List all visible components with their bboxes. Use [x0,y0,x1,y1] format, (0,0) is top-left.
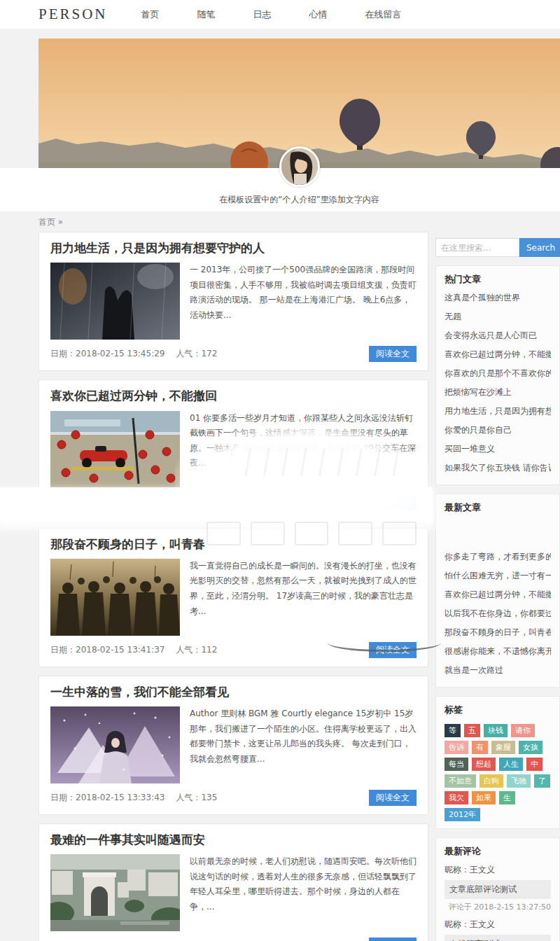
breadcrumb-home[interactable]: 首页 [38,217,55,227]
breadcrumb: 首页 » [38,216,63,228]
hot-article-item[interactable]: 喜欢你已超过两分钟，不能撤回 [444,345,551,364]
article-views: 人气：112 [176,644,217,656]
nav-item-journal[interactable]: 日志 [253,8,272,21]
hot-article-item[interactable]: 你爱的只是你自己 [444,421,551,440]
article-views: 人气：135 [176,792,217,804]
search-bar: Search [435,238,560,257]
tags-section: 标签 等 五 块钱 请你 告诉 有 象腿 女孩 每当 想起 人生 中 不如意 白… [435,696,560,829]
tag-item[interactable]: 等 [444,724,461,737]
article-title[interactable]: 喜欢你已超过两分钟，不能撤回 [50,389,416,403]
nav-item-guestbook[interactable]: 在线留言 [365,8,402,21]
main-nav: 首页 随笔 日志 心情 在线留言 [141,8,402,21]
latest-article-item[interactable]: 怕什么困难无穷，进一寸有一寸的欢 [444,566,551,585]
read-more-button[interactable]: 阅读全文 [369,494,416,510]
article-date: 日期：2018-02-15 13:41:37 [50,644,164,656]
article-thumbnail-terracotta-army[interactable] [50,559,180,636]
article-card: 最难的一件事其实叫随遇而安 以前最无奈的时候，老人们劝慰说，随遇 [38,823,428,941]
tag-item[interactable]: 人生 [499,758,523,771]
latest-article-item[interactable]: 你多走了弯路，才看到更多的风景 [444,548,551,566]
read-more-button[interactable]: 阅读全文 [369,937,416,941]
tag-item[interactable]: 告诉 [444,741,468,754]
tag-item[interactable]: 2012年 [444,808,480,821]
comment-text: 文章底部评论测试 [444,880,551,899]
tag-item[interactable]: 中 [526,758,542,771]
article-card: 喜欢你已超过两分钟，不能撤回 01 你要多活一些岁月才知道，你跟某些人之间永远没… [38,379,428,519]
tag-item[interactable]: 块钱 [484,724,507,737]
tag-item[interactable]: 不如意 [444,774,476,788]
tag-item[interactable]: 生 [499,791,515,804]
article-title[interactable]: 一生中落的雪，我们不能全部看见 [50,685,416,699]
top-navigation-bar: PERSON 首页 随笔 日志 心情 在线留言 [0,0,560,29]
tag-item[interactable]: 白狗 [479,774,503,788]
comment-text: 在线留言测试 [444,935,551,941]
hot-article-item[interactable]: 你喜欢的只是那个不喜欢你的她 [444,364,551,383]
tag-item[interactable]: 女孩 [519,741,542,754]
profile-intro: 在模板设置中的“个人介绍”里添加文字内容 [38,194,560,206]
latest-article-item[interactable]: 喜欢你已超过两分钟，不能撤回 [444,585,551,604]
sidebar: Search 热门文章 这真是个孤独的世界 无题 会变得永远只是人心而已 喜欢你… [435,238,560,941]
article-date: 日期：2018-02-15 13:45:29 [50,348,164,360]
latest-article-item[interactable]: 很感谢你能来，不遗憾你离开 [444,642,551,661]
comment-item: 昵称：王文义 在线留言测试 评论于 2018-2-15 13:20:5 [444,919,551,941]
article-card: 那段奋不顾身的日子，叫青春 我一直觉得自己的成长是一 [38,528,428,667]
comments-title: 最新评论 [444,845,551,858]
article-views: 人气：172 [176,348,217,360]
nav-item-essays[interactable]: 随笔 [197,8,216,21]
article-thumbnail-f1-pitstop[interactable] [50,411,180,488]
article-title[interactable]: 用力地生活，只是因为拥有想要守护的人 [50,241,416,256]
article-excerpt: 我一直觉得自己的成长是一瞬间的。没有漫长的打坐，也没有光影明灭的交替，忽然有那么… [190,559,416,636]
hot-articles-section: 热门文章 这真是个孤独的世界 无题 会变得永远只是人心而已 喜欢你已超过两分钟，… [435,265,560,485]
tag-item[interactable]: 五 [464,724,480,737]
hot-article-item[interactable]: 会变得永远只是人心而已 [444,326,551,345]
comment-time: 评论于 2018-2-15 13:27:50 [444,902,551,912]
watermark-covered-area [444,517,551,548]
hot-article-item[interactable]: 用力地生活，只是因为拥有想要守护 [444,402,551,421]
comment-item: 昵称：王文义 文章底部评论测试 评论于 2018-2-15 13:27:50 [444,864,551,912]
article-thumbnail-snow-girl[interactable] [50,706,180,783]
article-title[interactable]: 那段奋不顾身的日子，叫青春 [50,537,416,552]
tag-item[interactable]: 如果 [472,791,496,804]
article-list: 用力地生活，只是因为拥有想要守护的人 一 2013年，公司接了一个500强品牌的… [38,232,428,941]
tag-item[interactable]: 飞驰 [507,774,531,788]
read-more-button[interactable]: 阅读全文 [369,790,416,806]
comment-author: 昵称：王文义 [444,864,551,876]
breadcrumb-separator: » [58,217,63,227]
latest-article-item[interactable]: 就当是一次路过 [444,661,551,680]
article-date: 日期：2018-02-15 13:33:43 [50,792,164,804]
tags-title: 标签 [444,704,551,716]
tag-item[interactable]: 请你 [511,724,535,737]
latest-article-item[interactable]: 那段奋不顾身的日子，叫青春 [444,623,551,642]
tag-item[interactable]: 我欠 [444,791,468,804]
tag-item[interactable]: 了 [534,774,550,788]
search-input[interactable] [435,238,519,257]
comments-section: 最新评论 昵称：王文义 文章底部评论测试 评论于 2018-2-15 13:27… [435,837,560,941]
article-title[interactable]: 最难的一件事其实叫随遇而安 [50,832,416,847]
article-excerpt: 以前最无奈的时候，老人们劝慰说，随遇而安吧。每次听他们说这句话的时候，透着对人生… [190,854,416,931]
hot-articles-title: 热门文章 [444,273,551,286]
read-more-button[interactable]: 阅读全文 [369,642,416,658]
article-thumbnail-arc-de-triomphe[interactable] [50,854,180,931]
hot-article-item[interactable]: 无题 [444,307,551,326]
article-excerpt: 一 2013年，公司接了一个500强品牌的全国路演，那段时间项目很密集，人手不够… [190,263,416,340]
article-excerpt: Author 里则林 BGM 雅 Courtly elegance 15岁初中 … [190,706,416,783]
site-logo[interactable]: PERSON [38,6,108,23]
latest-article-item[interactable]: 以后我不在你身边，你都要过得好好 [444,604,551,623]
tag-item[interactable]: 有 [472,741,488,754]
article-card: 用力地生活，只是因为拥有想要守护的人 一 2013年，公司接了一个500强品牌的… [38,232,428,371]
hot-article-item[interactable]: 如果我欠了你五块钱 请你告诉我 [444,459,551,478]
article-card: 一生中落的雪，我们不能全部看见 Author [38,676,428,815]
tag-item[interactable]: 每当 [444,758,468,771]
profile-avatar [279,146,320,187]
tag-item[interactable]: 象腿 [491,741,515,754]
article-thumbnail-rainy-couple[interactable] [50,263,180,340]
hot-article-item[interactable]: 买回一堆意义 [444,440,551,459]
hot-article-item[interactable]: 把烦恼写在沙滩上 [444,383,551,402]
latest-articles-section: 最新文章 你多走了弯路，才看到更多的风景 怕什么困难无穷，进一寸有一寸的欢 喜欢… [435,494,560,688]
search-button[interactable]: Search [519,238,560,257]
read-more-button[interactable]: 阅读全文 [369,346,416,362]
nav-item-home[interactable]: 首页 [141,8,160,21]
tag-item[interactable]: 想起 [472,758,496,771]
article-excerpt: 01 你要多活一些岁月才知道，你跟某些人之间永远没法斩钉截铁画下一个句号，这情感… [190,411,416,488]
hot-article-item[interactable]: 这真是个孤独的世界 [444,288,551,307]
nav-item-mood[interactable]: 心情 [309,8,328,21]
